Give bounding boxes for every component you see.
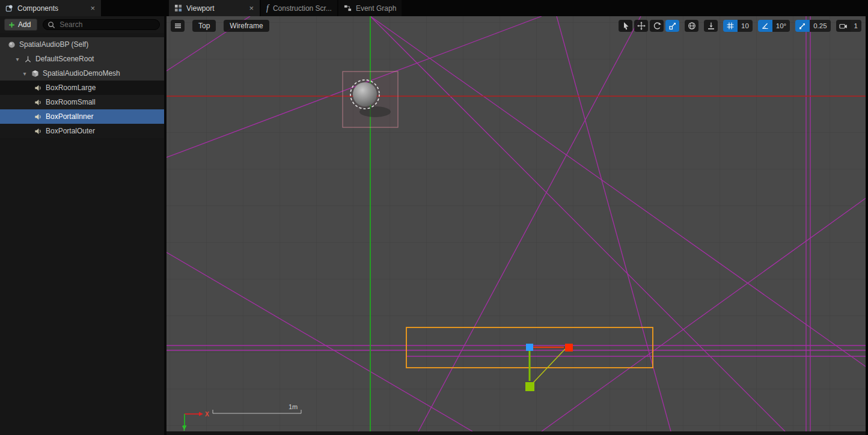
components-panel: Add SpatialAudioBP (Self) ▾ <box>0 16 167 435</box>
move-tool-button[interactable] <box>634 20 648 32</box>
grid-snap-toggle-button[interactable] <box>723 20 738 32</box>
grid-snap-value[interactable]: 10 <box>738 20 753 32</box>
tree-item-label: BoxPortalInner <box>46 112 93 121</box>
globe-icon <box>688 22 696 30</box>
plus-icon <box>8 22 15 28</box>
grid-snap-control: 10 <box>723 20 753 32</box>
tab-viewport[interactable]: Viewport × <box>169 0 260 16</box>
viewport-toolbar-right: 10 10° <box>619 20 861 32</box>
rotate-tool-button[interactable] <box>650 20 664 32</box>
gizmo-handle-x[interactable] <box>565 344 573 351</box>
tab-event-graph-label: Event Graph <box>356 4 396 13</box>
audio-component-icon <box>34 84 42 92</box>
expander-arrow-icon[interactable]: ▾ <box>14 56 20 62</box>
tab-event-graph[interactable]: Event Graph <box>338 0 402 16</box>
close-icon[interactable]: × <box>90 4 96 12</box>
tree-item-boxportalinner[interactable]: BoxPortalInner <box>0 109 164 124</box>
components-tree: SpatialAudioBP (Self) ▾ DefaultSceneRoot… <box>0 37 164 138</box>
audio-source-mesh[interactable] <box>343 71 398 127</box>
viewport-icon <box>174 4 182 12</box>
close-icon[interactable]: × <box>248 4 254 12</box>
function-icon: f <box>266 4 269 13</box>
tree-item-spatialaudiobp[interactable]: SpatialAudioBP (Self) <box>0 37 164 52</box>
view-mode-button[interactable]: Top <box>192 20 216 32</box>
expander-arrow-icon[interactable]: ▾ <box>22 70 28 77</box>
tab-construction-script[interactable]: f Construction Scr... <box>261 0 337 16</box>
search-icon <box>47 21 55 29</box>
components-tab-strip: Components × <box>0 0 169 16</box>
scale-snap-toggle-button[interactable] <box>795 20 810 32</box>
tree-item-label: SpatialAudioDemoMesh <box>43 69 120 78</box>
select-tool-button[interactable] <box>619 20 632 32</box>
components-icon <box>5 4 13 12</box>
viewport-options-menu-button[interactable] <box>171 20 185 32</box>
scale-snap-value[interactable]: 0.25 <box>810 20 830 32</box>
audio-component-icon <box>34 127 42 135</box>
move-tool-icon <box>637 22 646 30</box>
tree-item-boxroomlarge[interactable]: BoxRoomLarge <box>0 81 164 95</box>
scale-snap-icon <box>798 22 807 30</box>
add-button-label: Add <box>18 20 31 29</box>
viewport-grid <box>167 16 866 431</box>
gizmo-handle-center[interactable] <box>526 344 533 351</box>
select-cursor-icon <box>622 22 630 30</box>
scale-tool-icon <box>668 22 677 30</box>
camera-icon <box>839 22 848 30</box>
tree-item-label: BoxRoomSmall <box>46 98 96 106</box>
scale-snap-control: 0.25 <box>795 20 830 32</box>
camera-speed-control: 1 <box>836 20 861 32</box>
grid-snap-icon <box>726 22 735 30</box>
rotate-tool-icon <box>653 22 661 30</box>
tab-components[interactable]: Components × <box>0 0 101 16</box>
angle-snap-icon <box>761 22 769 30</box>
tree-item-label: SpatialAudioBP (Self) <box>19 40 88 49</box>
render-mode-button[interactable]: Wireframe <box>224 20 269 32</box>
viewport-canvas[interactable]: 1m X Y <box>167 16 866 431</box>
gizmo-handle-y[interactable] <box>525 382 534 391</box>
tab-strip: Components × Viewport × f Construction S… <box>0 0 868 16</box>
tab-viewport-label: Viewport <box>186 4 244 13</box>
add-component-button[interactable]: Add <box>4 19 37 31</box>
hamburger-menu-icon <box>174 22 182 30</box>
camera-speed-value[interactable]: 1 <box>851 20 861 32</box>
component-search-box[interactable] <box>43 19 160 30</box>
camera-speed-button[interactable] <box>836 20 851 32</box>
rotation-snap-toggle-button[interactable] <box>758 20 772 32</box>
audio-component-icon <box>34 99 42 106</box>
tree-item-label: DefaultSceneRoot <box>35 55 94 63</box>
blueprint-editor-window: Components × Viewport × f Construction S… <box>0 0 868 435</box>
viewport-tab-strip: Viewport × f Construction Scr... Event G… <box>169 0 868 16</box>
tab-components-label: Components <box>17 4 85 13</box>
scale-ruler-label: 1m <box>289 403 298 410</box>
rotation-snap-value[interactable]: 10° <box>772 20 790 32</box>
tree-item-boxportalouter[interactable]: BoxPortalOuter <box>0 124 164 138</box>
viewport-toolbar-left: Top Wireframe <box>171 20 269 32</box>
coordinate-space-button[interactable] <box>685 20 698 32</box>
tree-item-label: BoxRoomLarge <box>46 84 96 92</box>
static-mesh-icon <box>31 70 39 78</box>
tab-construction-script-label: Construction Scr... <box>273 4 332 13</box>
speaker-sphere <box>353 82 377 106</box>
event-graph-icon <box>344 4 352 12</box>
axis-y-label: Y <box>182 425 186 431</box>
axis-x-label: X <box>205 411 209 418</box>
tree-item-boxroomsmall[interactable]: BoxRoomSmall <box>0 95 164 109</box>
scene-root-icon <box>24 55 32 63</box>
rotation-snap-control: 10° <box>758 20 790 32</box>
viewport-panel: 1m X Y Top Wireframe <box>167 16 866 435</box>
audio-component-icon <box>34 113 42 121</box>
scale-tool-button[interactable] <box>665 20 679 32</box>
viewport-bottom-edge <box>167 431 866 435</box>
tree-item-defaultsceneroot[interactable]: ▾ DefaultSceneRoot <box>0 52 164 66</box>
surface-snapping-icon <box>707 22 715 30</box>
components-toolbar: Add <box>0 16 164 33</box>
search-input[interactable] <box>58 20 155 29</box>
tree-item-spatialaudiodemomesh[interactable]: ▾ SpatialAudioDemoMesh <box>0 66 164 81</box>
tree-item-label: BoxPortalOuter <box>46 127 95 135</box>
surface-snapping-button[interactable] <box>704 20 718 32</box>
blueprint-self-icon <box>8 41 16 49</box>
mesh-shadow <box>359 106 391 117</box>
